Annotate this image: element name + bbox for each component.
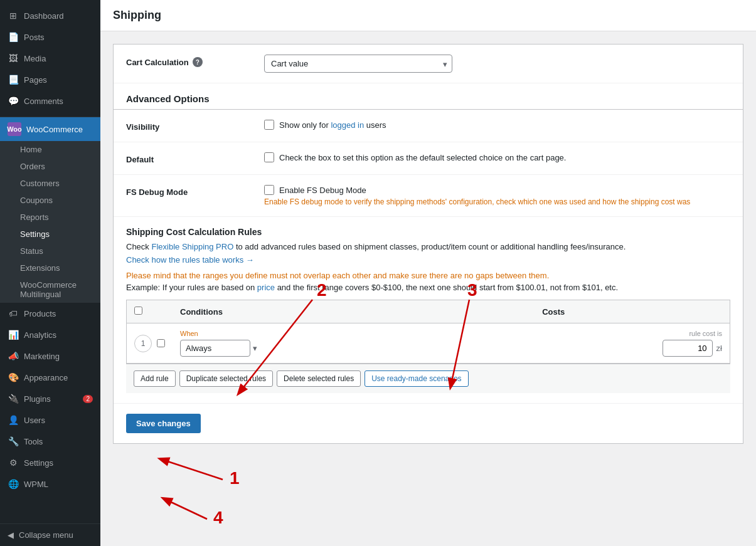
sidebar-item-tools[interactable]: 🔧 Tools	[0, 431, 100, 452]
pages-icon: 📃	[8, 74, 19, 85]
condition-select[interactable]: Always Price range Weight range	[180, 340, 250, 357]
sidebar-item-status[interactable]: Status	[0, 243, 100, 260]
appearance-icon: 🎨	[8, 372, 19, 383]
main-content: Shipping Cart Calculation ? Cart value C…	[100, 0, 756, 546]
products-icon: 🏷	[8, 308, 19, 319]
add-rule-button[interactable]: Add rule	[134, 370, 176, 387]
sidebar-item-comments[interactable]: 💬 Comments	[0, 90, 100, 112]
row-checkbox[interactable]	[157, 339, 165, 347]
woocommerce-header[interactable]: Woo WooCommerce	[0, 117, 100, 141]
woocommerce-section: Woo WooCommerce Home Orders Customers Co…	[0, 117, 100, 303]
cart-calculation-row: Cart Calculation ? Cart value Cart weigh…	[114, 45, 743, 83]
sidebar-item-multilingual[interactable]: WooCommerce Multilingual	[0, 276, 100, 303]
plugins-icon: 🔌	[8, 393, 19, 404]
visibility-row: Visibility Show only for logged in users	[114, 110, 743, 142]
sidebar-item-analytics[interactable]: 📊 Analytics	[0, 324, 100, 345]
sidebar-bottom: ◀ Collapse menu	[0, 523, 100, 546]
visibility-checkbox[interactable]	[264, 120, 274, 130]
rule-number: 1	[134, 335, 152, 352]
sidebar-item-users[interactable]: 👤 Users	[0, 409, 100, 431]
advanced-options-title: Advanced Options	[114, 83, 743, 109]
users-icon: 👤	[8, 414, 19, 426]
price-link[interactable]: price	[257, 283, 275, 292]
table-header-costs: Costs	[535, 300, 730, 323]
cart-calculation-help-icon[interactable]: ?	[193, 57, 203, 67]
plugins-badge: 2	[83, 395, 93, 403]
currency-label: zł	[716, 344, 722, 353]
sidebar-item-plugins[interactable]: 🔌 Plugins 2	[0, 388, 100, 409]
sidebar-item-wpml[interactable]: 🌐 WPML	[0, 473, 100, 495]
cart-calculation-select[interactable]: Cart value Cart weight Cart items count	[264, 55, 452, 73]
shipping-cost-rules-title: Shipping Cost Calculation Rules	[126, 227, 730, 237]
when-label: When	[180, 330, 527, 337]
cost-label: rule cost is	[542, 330, 722, 337]
default-checkbox-label[interactable]: Check the box to set this option as the …	[264, 152, 730, 162]
sidebar-item-orders[interactable]: Orders	[0, 158, 100, 175]
default-checkbox[interactable]	[264, 152, 274, 162]
comments-icon: 💬	[8, 95, 19, 107]
sidebar-item-home[interactable]: Home	[0, 141, 100, 158]
sidebar-item-extensions[interactable]: Extensions	[0, 260, 100, 276]
collapse-menu-button[interactable]: ◀ Collapse menu	[0, 524, 100, 546]
sidebar-item-customers[interactable]: Customers	[0, 175, 100, 192]
save-changes-button[interactable]: Save changes	[126, 414, 201, 433]
sidebar-item-products[interactable]: 🏷 Products	[0, 303, 100, 324]
table-header-conditions: Conditions	[173, 300, 535, 323]
table-row-cost-cell: rule cost is zł	[535, 323, 730, 364]
tools-icon: 🔧	[8, 436, 19, 447]
sidebar-item-dashboard[interactable]: ⊞ Dashboard	[0, 5, 100, 26]
sidebar-item-coupons[interactable]: Coupons	[0, 192, 100, 209]
page-title: Shipping	[100, 0, 756, 31]
sidebar-item-marketing[interactable]: 📣 Marketing	[0, 345, 100, 367]
rules-table-link[interactable]: Check how the rules table works →	[126, 255, 730, 265]
warning-text: Please mind that the ranges you define m…	[126, 271, 730, 280]
table-row: 1 When Always Price range	[127, 323, 730, 364]
media-icon: 🖼	[8, 53, 19, 64]
table-actions: Add rule Duplicate selected rules Delete…	[126, 364, 730, 393]
sidebar-item-posts[interactable]: 📄 Posts	[0, 26, 100, 48]
cart-calculation-select-wrapper: Cart value Cart weight Cart items count …	[264, 55, 452, 73]
sidebar-item-pages[interactable]: 📃 Pages	[0, 69, 100, 90]
sidebar-item-settings-main[interactable]: ⚙ Settings	[0, 452, 100, 473]
fs-debug-checkbox-label[interactable]: Enable FS Debug Mode	[264, 185, 730, 195]
delete-rules-button[interactable]: Delete selected rules	[277, 370, 361, 387]
fs-debug-label: FS Debug Mode	[126, 185, 264, 197]
save-section: Save changes	[114, 404, 743, 443]
cost-input[interactable]	[663, 340, 713, 357]
content-area: Cart Calculation ? Cart value Cart weigh…	[100, 31, 756, 546]
table-row-condition-cell: When Always Price range Weight range ▾	[173, 323, 535, 364]
settings-panel: Cart Calculation ? Cart value Cart weigh…	[113, 44, 743, 444]
sidebar-item-media[interactable]: 🖼 Media	[0, 48, 100, 69]
dashboard-icon: ⊞	[8, 10, 19, 21]
table-row-number-cell: 1	[127, 323, 173, 364]
fs-debug-row: FS Debug Mode Enable FS Debug Mode Enabl…	[114, 175, 743, 217]
visibility-checkbox-label[interactable]: Show only for logged in users	[264, 120, 730, 130]
sidebar-item-settings[interactable]: Settings	[0, 226, 100, 243]
woocommerce-icon: Woo	[8, 122, 21, 136]
wpml-icon: 🌐	[8, 478, 19, 490]
example-text: Example: If your rules are based on pric…	[126, 283, 730, 292]
duplicate-rules-button[interactable]: Duplicate selected rules	[179, 370, 273, 387]
cost-input-wrap: zł	[542, 340, 722, 357]
sidebar-item-reports[interactable]: Reports	[0, 209, 100, 226]
rules-table: Conditions Costs 1	[126, 300, 730, 364]
fs-debug-control: Enable FS Debug Mode Enable FS debug mod…	[264, 185, 730, 206]
table-header-row: Conditions Costs	[127, 300, 730, 323]
sidebar: ⊞ Dashboard 📄 Posts 🖼 Media 📃 Pages 💬 Co…	[0, 0, 100, 546]
sidebar-bottom-items: 🏷 Products 📊 Analytics 📣 Marketing 🎨 App…	[0, 303, 100, 495]
select-all-checkbox[interactable]	[134, 307, 142, 315]
fs-debug-checkbox[interactable]	[264, 185, 274, 195]
table-header-checkbox-col	[127, 300, 173, 323]
fs-debug-description: Enable FS debug mode to verify the shipp…	[264, 197, 730, 206]
visibility-label: Visibility	[126, 120, 264, 132]
visibility-control: Show only for logged in users	[264, 120, 730, 130]
cart-calculation-control: Cart value Cart weight Cart items count …	[264, 55, 730, 73]
sidebar-item-appearance[interactable]: 🎨 Appearance	[0, 367, 100, 388]
use-scenarios-button[interactable]: Use ready-made scenarios	[365, 370, 468, 387]
default-row: Default Check the box to set this option…	[114, 142, 743, 175]
cart-calculation-label: Cart Calculation ?	[126, 55, 264, 67]
flexible-shipping-pro-link[interactable]: Flexible Shipping PRO	[151, 242, 233, 251]
posts-icon: 📄	[8, 31, 19, 43]
default-control: Check the box to set this option as the …	[264, 152, 730, 162]
default-label: Default	[126, 152, 264, 164]
